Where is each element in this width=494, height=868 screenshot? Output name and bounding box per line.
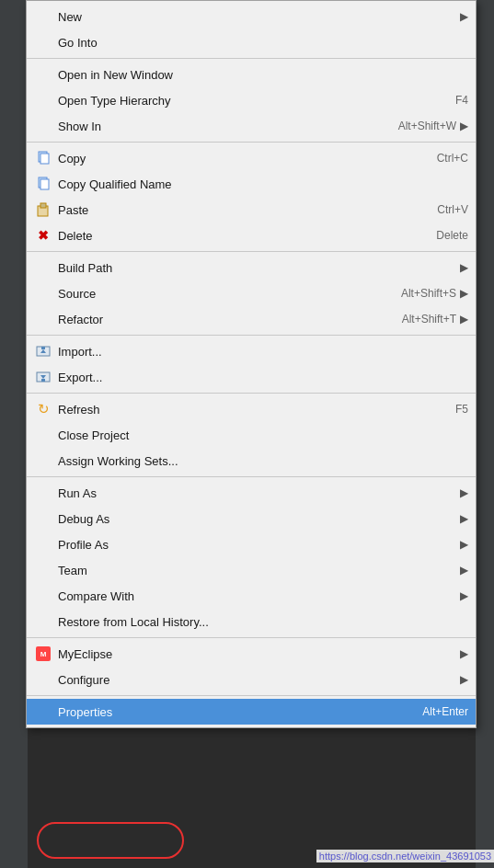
- configure-arrow: ▶: [460, 673, 468, 686]
- properties-shortcut: Alt+Enter: [422, 705, 468, 718]
- separator-8: [27, 695, 476, 696]
- menu-item-close-project[interactable]: Close Project: [27, 422, 476, 448]
- menu-item-debug-as[interactable]: Debug As ▶: [27, 506, 476, 531]
- menu-item-properties[interactable]: Properties Alt+Enter: [27, 699, 476, 725]
- import-icon: [34, 342, 52, 360]
- compare-with-label: Compare With: [58, 589, 456, 603]
- myeclipse-arrow: ▶: [460, 647, 468, 660]
- new-arrow: ▶: [460, 10, 468, 23]
- menu-item-copy-qualified-name[interactable]: Copy Qualified Name: [27, 171, 476, 197]
- team-arrow: ▶: [460, 564, 468, 577]
- myeclipse-icon: M: [34, 645, 52, 663]
- menu-item-copy[interactable]: Copy Ctrl+C: [27, 145, 476, 171]
- profile-as-icon: [34, 535, 52, 554]
- menu-item-configure[interactable]: Configure ▶: [27, 667, 476, 692]
- menu-item-run-as[interactable]: Run As ▶: [27, 480, 476, 506]
- context-menu: New ▶ Go Into Open in New Window Open Ty…: [26, 0, 477, 728]
- separator-3: [27, 251, 476, 252]
- show-in-arrow: ▶: [460, 120, 468, 132]
- menu-item-open-new-window[interactable]: Open in New Window: [27, 62, 476, 87]
- open-type-hierarchy-shortcut: F4: [455, 94, 468, 107]
- separator-4: [27, 335, 476, 336]
- build-path-arrow: ▶: [460, 261, 468, 274]
- export-icon: [34, 368, 52, 386]
- menu-item-compare-with[interactable]: Compare With ▶: [27, 583, 476, 609]
- restore-label: Restore from Local History...: [58, 615, 468, 629]
- separator-5: [27, 393, 476, 394]
- refactor-label: Refactor: [58, 313, 384, 326]
- separator-1: [27, 58, 476, 59]
- refactor-shortcut: Alt+Shift+T: [402, 313, 456, 326]
- separator-6: [27, 476, 476, 477]
- menu-item-source[interactable]: Source Alt+Shift+S ▶: [27, 280, 476, 306]
- source-icon: [34, 284, 52, 303]
- debug-as-arrow: ▶: [460, 512, 468, 525]
- open-new-window-label: Open in New Window: [58, 68, 468, 82]
- compare-with-arrow: ▶: [460, 589, 468, 602]
- menu-item-new[interactable]: New ▶: [27, 4, 476, 29]
- menu-item-delete[interactable]: ✖ Delete Delete: [27, 223, 476, 248]
- run-as-arrow: ▶: [460, 486, 468, 499]
- go-into-label: Go Into: [58, 36, 468, 50]
- paste-icon: [34, 200, 52, 219]
- refactor-arrow: ▶: [460, 313, 468, 326]
- source-shortcut: Alt+Shift+S: [401, 287, 456, 300]
- copy-qualified-name-icon: [34, 175, 52, 193]
- refresh-label: Refresh: [58, 403, 437, 417]
- refresh-shortcut: F5: [455, 403, 468, 416]
- menu-item-team[interactable]: Team ▶: [27, 557, 476, 583]
- configure-icon: [34, 670, 52, 689]
- separator-2: [27, 142, 476, 143]
- configure-label: Configure: [58, 673, 456, 687]
- menu-item-paste[interactable]: Paste Ctrl+V: [27, 197, 476, 223]
- svg-rect-1: [40, 154, 49, 164]
- assign-working-sets-icon: [34, 451, 52, 470]
- debug-as-label: Debug As: [58, 512, 456, 526]
- refresh-icon: ↻: [34, 400, 52, 418]
- copy-qualified-name-label: Copy Qualified Name: [58, 177, 468, 191]
- right-panel: [476, 0, 494, 868]
- profile-as-arrow: ▶: [460, 538, 468, 551]
- menu-item-profile-as[interactable]: Profile As ▶: [27, 531, 476, 557]
- menu-item-refresh[interactable]: ↻ Refresh F5: [27, 396, 476, 422]
- menu-item-go-into[interactable]: Go Into: [27, 29, 476, 55]
- menu-item-import[interactable]: Import...: [27, 338, 476, 364]
- build-path-label: Build Path: [58, 261, 456, 275]
- new-icon: [34, 7, 52, 26]
- menu-item-restore-from-local-history[interactable]: Restore from Local History...: [27, 609, 476, 634]
- compare-with-icon: [34, 587, 52, 605]
- menu-item-refactor[interactable]: Refactor Alt+Shift+T ▶: [27, 306, 476, 332]
- copy-shortcut: Ctrl+C: [437, 152, 468, 165]
- show-in-icon: [34, 117, 52, 135]
- restore-icon: [34, 612, 52, 631]
- import-label: Import...: [58, 345, 468, 359]
- svg-rect-11: [41, 379, 45, 382]
- delete-label: Delete: [58, 229, 418, 243]
- myeclipse-label: MyEclipse: [58, 647, 456, 661]
- export-label: Export...: [58, 371, 468, 384]
- paste-shortcut: Ctrl+V: [437, 203, 468, 216]
- properties-circle-highlight: [37, 822, 184, 859]
- show-in-shortcut: Alt+Shift+W: [398, 120, 456, 132]
- menu-item-myeclipse[interactable]: M MyEclipse ▶: [27, 641, 476, 667]
- show-in-label: Show In: [58, 120, 380, 133]
- menu-item-export[interactable]: Export...: [27, 364, 476, 390]
- properties-label: Properties: [58, 705, 404, 719]
- menu-item-assign-working-sets[interactable]: Assign Working Sets...: [27, 448, 476, 474]
- team-label: Team: [58, 564, 456, 577]
- paste-label: Paste: [58, 203, 419, 217]
- menu-item-open-type-hierarchy[interactable]: Open Type Hierarchy F4: [27, 87, 476, 113]
- svg-rect-8: [41, 347, 45, 349]
- open-new-window-icon: [34, 65, 52, 84]
- run-as-label: Run As: [58, 486, 456, 500]
- close-project-icon: [34, 426, 52, 444]
- open-type-hierarchy-label: Open Type Hierarchy: [58, 94, 437, 108]
- menu-item-build-path[interactable]: Build Path ▶: [27, 255, 476, 280]
- profile-as-label: Profile As: [58, 538, 456, 552]
- close-project-label: Close Project: [58, 428, 468, 442]
- copy-label: Copy: [58, 152, 419, 166]
- menu-item-show-in[interactable]: Show In Alt+Shift+W ▶: [27, 113, 476, 139]
- svg-rect-3: [40, 179, 49, 189]
- separator-7: [27, 637, 476, 638]
- new-label: New: [58, 10, 456, 24]
